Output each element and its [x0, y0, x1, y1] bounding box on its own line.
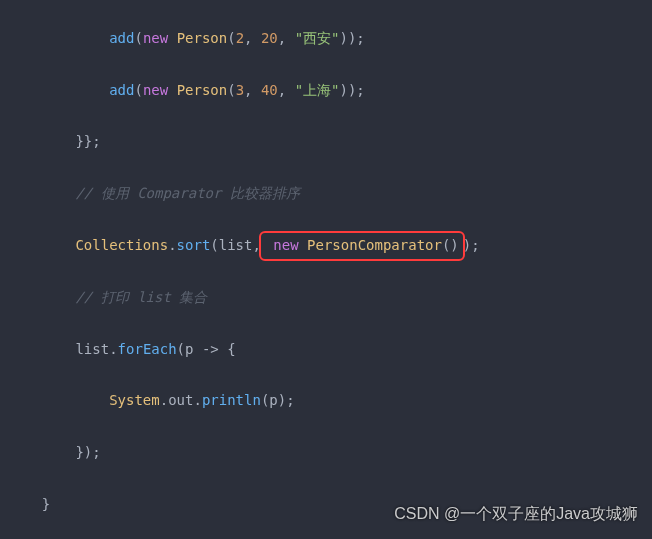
watermark-text: CSDN @一个双子座的Java攻城狮 [394, 499, 638, 529]
code-line: System.out.println(p); [8, 388, 644, 414]
code-line: }}; [8, 129, 644, 155]
code-line: add(new Person(2, 20, "西安")); [8, 26, 644, 52]
code-line: Collections.sort(list, new PersonCompara… [8, 233, 644, 259]
code-line: // 打印 list 集合 [8, 285, 644, 311]
code-line: }); [8, 440, 644, 466]
code-line: // 使用 Comparator 比较器排序 [8, 181, 644, 207]
code-editor[interactable]: add(new Person(2, 20, "西安")); add(new Pe… [0, 0, 652, 539]
code-line: list.forEach(p -> { [8, 337, 644, 363]
highlight-box-inline: new PersonComparator() [259, 231, 465, 261]
code-line: add(new Person(3, 40, "上海")); [8, 78, 644, 104]
